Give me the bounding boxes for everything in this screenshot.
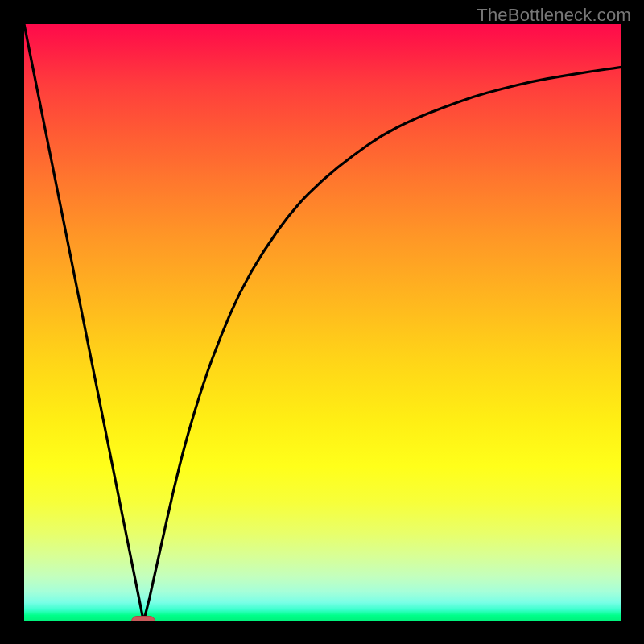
plot-area <box>24 24 621 621</box>
watermark-text: TheBottleneck.com <box>477 5 631 26</box>
curve-layer <box>24 24 621 621</box>
bottleneck-curve <box>24 24 621 621</box>
chart-frame: TheBottleneck.com <box>0 0 644 644</box>
minimum-marker <box>131 616 155 621</box>
